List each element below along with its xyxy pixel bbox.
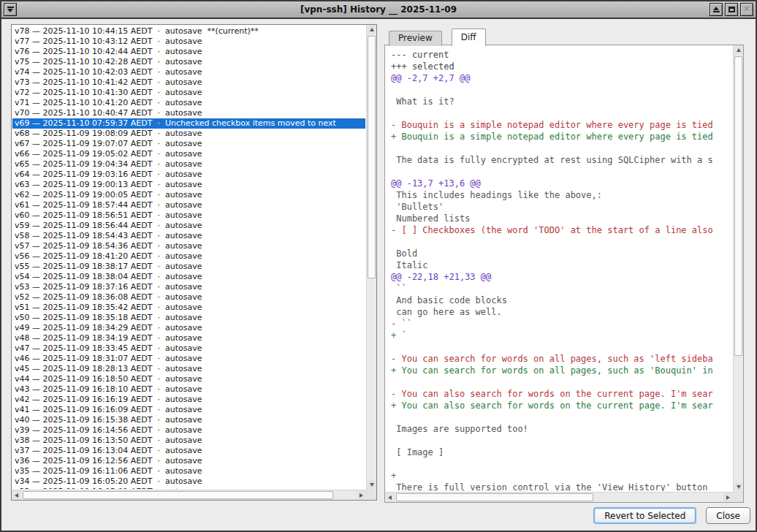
- diff-line: - ``: [391, 318, 732, 330]
- diff-line: + Bouquin is a simple notepad editor whe…: [391, 131, 732, 142]
- window-menu-icon: [7, 7, 14, 8]
- scroll-up-arrow[interactable]: [734, 45, 743, 55]
- list-item[interactable]: v37 — 2025-11-09 16:13:04 AEDT · autosav…: [12, 446, 365, 456]
- diff-line: There is full version control via the 'V…: [391, 482, 732, 491]
- list-item[interactable]: v42 — 2025-11-09 16:16:19 AEDT · autosav…: [12, 395, 365, 405]
- close-window-button[interactable]: ✕: [740, 3, 753, 16]
- list-item[interactable]: v57 — 2025-11-09 18:54:36 AEDT · autosav…: [12, 241, 365, 251]
- list-item[interactable]: v33 — 2025-11-09 16:05:01 AEDT · autosav…: [12, 487, 365, 489]
- list-vertical-scrollbar[interactable]: [366, 25, 376, 490]
- list-item[interactable]: v50 — 2025-11-09 18:35:18 AEDT · autosav…: [12, 313, 365, 323]
- scroll-down-arrow[interactable]: [367, 480, 376, 490]
- tab-preview[interactable]: Preview: [389, 31, 442, 46]
- arrow-down-icon: [370, 483, 374, 487]
- diff-line: [391, 107, 732, 119]
- list-item[interactable]: v34 — 2025-11-09 16:05:20 AEDT · autosav…: [12, 476, 365, 487]
- history-window: [vpn-ssh] History __ 2025-11-09 ✕ v78 — …: [0, 0, 757, 532]
- list-item[interactable]: v76 — 2025-11-10 10:42:44 AEDT · autosav…: [12, 47, 365, 57]
- list-item[interactable]: v56 — 2025-11-09 18:41:20 AEDT · autosav…: [12, 251, 365, 262]
- list-item[interactable]: v75 — 2025-11-10 10:42:28 AEDT · autosav…: [12, 57, 365, 67]
- scroll-up-arrow[interactable]: [367, 25, 376, 34]
- diff-line: And basic code blocks: [391, 294, 732, 306]
- scrollbar-corner: [733, 492, 743, 502]
- list-item[interactable]: v39 — 2025-11-09 16:14:56 AEDT · autosav…: [12, 425, 365, 436]
- diff-vertical-scrollbar[interactable]: [733, 45, 743, 492]
- diff-line: --- current: [391, 49, 732, 61]
- scroll-down-arrow[interactable]: [734, 482, 743, 492]
- list-item[interactable]: v64 — 2025-11-09 19:03:16 AEDT · autosav…: [12, 170, 365, 180]
- list-item[interactable]: v59 — 2025-11-09 18:56:44 AEDT · autosav…: [12, 221, 365, 231]
- list-item[interactable]: v46 — 2025-11-09 18:31:07 AEDT · autosav…: [12, 354, 365, 364]
- titlebar[interactable]: [vpn-ssh] History __ 2025-11-09 ✕: [1, 1, 756, 19]
- list-item[interactable]: v54 — 2025-11-09 18:38:04 AEDT · autosav…: [12, 272, 365, 282]
- list-hscroll-thumb[interactable]: [23, 491, 333, 499]
- scroll-left-arrow[interactable]: [12, 490, 21, 500]
- list-item[interactable]: v41 — 2025-11-09 16:16:09 AEDT · autosav…: [12, 405, 365, 415]
- diff-line: The data is fully encrypted at rest usin…: [391, 154, 732, 166]
- list-item[interactable]: v49 — 2025-11-09 18:34:29 AEDT · autosav…: [12, 323, 365, 333]
- list-item[interactable]: v48 — 2025-11-09 18:34:19 AEDT · autosav…: [12, 333, 365, 343]
- list-item[interactable]: v40 — 2025-11-09 16:15:38 AEDT · autosav…: [12, 415, 365, 425]
- list-item[interactable]: v68 — 2025-11-09 19:08:09 AEDT · autosav…: [12, 129, 365, 139]
- list-item[interactable]: v43 — 2025-11-09 16:18:10 AEDT · autosav…: [12, 384, 365, 395]
- diff-vscroll-thumb[interactable]: [734, 56, 742, 356]
- list-item[interactable]: v53 — 2025-11-09 18:37:16 AEDT · autosav…: [12, 282, 365, 292]
- maximize-icon: [729, 7, 735, 12]
- arrow-left-icon: [15, 493, 18, 498]
- list-item[interactable]: v70 — 2025-11-10 10:40:47 AEDT · autosav…: [12, 108, 365, 118]
- list-item[interactable]: v74 — 2025-11-10 10:42:03 AEDT · autosav…: [12, 67, 365, 77]
- tab-diff[interactable]: Diff: [452, 28, 486, 46]
- list-item[interactable]: v72 — 2025-11-10 10:41:30 AEDT · autosav…: [12, 88, 365, 98]
- diff-line: @@ -2,7 +2,7 @@: [391, 72, 732, 84]
- revert-to-selected-button[interactable]: Revert to Selected: [593, 507, 696, 524]
- list-item[interactable]: v35 — 2025-11-09 16:11:06 AEDT · autosav…: [12, 466, 365, 476]
- list-item[interactable]: v58 — 2025-11-09 18:54:43 AEDT · autosav…: [12, 231, 365, 241]
- list-item[interactable]: v51 — 2025-11-09 18:35:42 AEDT · autosav…: [12, 303, 365, 313]
- list-item[interactable]: v60 — 2025-11-09 18:56:51 AEDT · autosav…: [12, 210, 365, 221]
- list-item[interactable]: v47 — 2025-11-09 18:33:45 AEDT · autosav…: [12, 343, 365, 354]
- list-item[interactable]: v71 — 2025-11-10 10:41:20 AEDT · autosav…: [12, 98, 365, 108]
- arrow-right-icon: [360, 493, 363, 498]
- list-item[interactable]: v38 — 2025-11-09 16:13:50 AEDT · autosav…: [12, 436, 365, 446]
- list-item[interactable]: v73 — 2025-11-10 10:41:42 AEDT · autosav…: [12, 77, 365, 88]
- diff-horizontal-scrollbar[interactable]: [385, 492, 733, 502]
- close-icon: ✕: [743, 6, 750, 13]
- scroll-left-arrow[interactable]: [385, 493, 395, 502]
- list-item[interactable]: v67 — 2025-11-09 19:07:07 AEDT · autosav…: [12, 139, 365, 149]
- maximize-button[interactable]: [725, 3, 738, 16]
- list-item[interactable]: v44 — 2025-11-09 16:18:50 AEDT · autosav…: [12, 374, 365, 384]
- diff-line: +++ selected: [391, 61, 732, 72]
- list-item[interactable]: v69 — 2025-11-10 07:59:37 AEDT · Uncheck…: [12, 118, 365, 129]
- list-item[interactable]: v45 — 2025-11-09 18:28:13 AEDT · autosav…: [12, 364, 365, 374]
- diff-hscroll-thumb[interactable]: [396, 493, 593, 501]
- footer-actions: Revert to Selected Close: [593, 507, 750, 524]
- list-vscroll-thumb[interactable]: [368, 36, 376, 278]
- arrow-up-icon: [370, 28, 374, 31]
- window-title: [vpn-ssh] History __ 2025-11-09: [1, 4, 756, 15]
- diff-line: @@ -13,7 +13,6 @@: [391, 178, 732, 189]
- list-horizontal-scrollbar[interactable]: [12, 490, 366, 500]
- list-item[interactable]: v61 — 2025-11-09 18:57:44 AEDT · autosav…: [12, 200, 365, 210]
- diff-line: Numbered lists: [391, 213, 732, 224]
- list-item[interactable]: v55 — 2025-11-09 18:38:17 AEDT · autosav…: [12, 262, 365, 272]
- history-listbox: v78 — 2025-11-10 10:44:15 AEDT · autosav…: [11, 24, 377, 501]
- list-item[interactable]: v65 — 2025-11-09 19:04:34 AEDT · autosav…: [12, 159, 365, 170]
- list-item[interactable]: v52 — 2025-11-09 18:36:08 AEDT · autosav…: [12, 292, 365, 303]
- list-item[interactable]: v36 — 2025-11-09 16:12:56 AEDT · autosav…: [12, 456, 365, 466]
- diff-line: Bold: [391, 248, 732, 259]
- window-menu-button[interactable]: [4, 3, 17, 16]
- list-item[interactable]: v66 — 2025-11-09 19:05:02 AEDT · autosav…: [12, 149, 365, 159]
- list-item[interactable]: v62 — 2025-11-09 19:00:05 AEDT · autosav…: [12, 190, 365, 200]
- scroll-right-arrow[interactable]: [357, 490, 366, 500]
- list-item[interactable]: v77 — 2025-11-10 10:43:12 AEDT · autosav…: [12, 37, 365, 47]
- diff-line: What is it?: [391, 96, 732, 107]
- diff-line: [391, 458, 732, 470]
- scroll-right-arrow[interactable]: [723, 493, 733, 502]
- shade-button[interactable]: [710, 3, 723, 16]
- diff-line: [391, 84, 732, 96]
- list-item[interactable]: v78 — 2025-11-10 10:44:15 AEDT · autosav…: [12, 26, 365, 37]
- close-button[interactable]: Close: [706, 507, 750, 524]
- diff-line: [ Image ]: [391, 446, 732, 458]
- list-item[interactable]: v63 — 2025-11-09 19:00:13 AEDT · autosav…: [12, 180, 365, 190]
- diff-line: Italic: [391, 259, 732, 271]
